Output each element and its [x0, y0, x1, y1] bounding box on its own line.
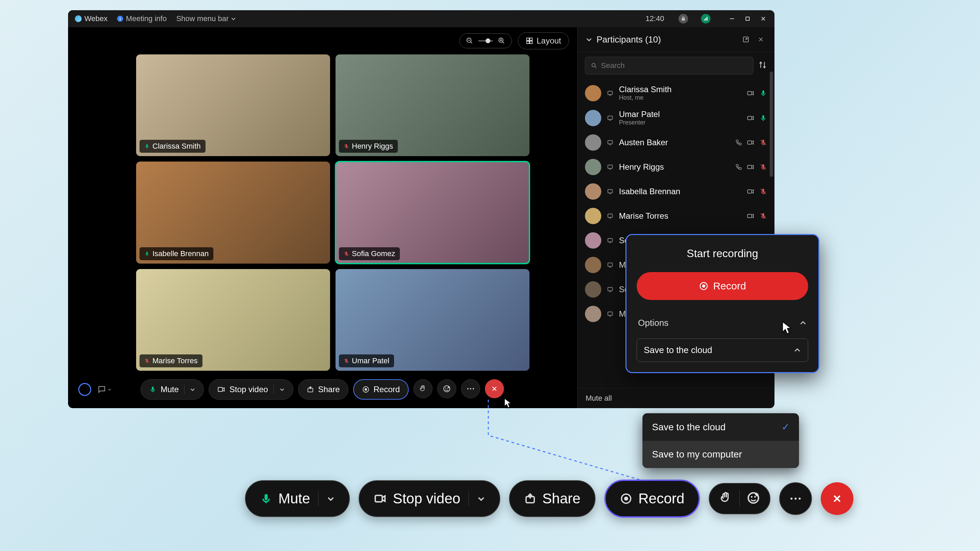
- avatar: [585, 232, 601, 249]
- avatar: [585, 257, 601, 273]
- chevron-down-icon[interactable]: [279, 387, 285, 392]
- zoom-slider[interactable]: [478, 40, 493, 41]
- phone-icon: [735, 139, 742, 146]
- big-record-button[interactable]: Record: [605, 480, 700, 518]
- svg-rect-17: [218, 387, 223, 392]
- save-location-select[interactable]: Save to the cloud: [637, 338, 808, 362]
- video-tile[interactable]: Sofia Gomez: [336, 162, 530, 263]
- video-tile[interactable]: Henry Riggs: [336, 54, 530, 156]
- video-grid: Clarissa Smith Henry Riggs Isabelle Bren…: [68, 54, 577, 371]
- save-cloud-option[interactable]: Save to the cloud ✓: [643, 413, 799, 441]
- lock-icon[interactable]: [679, 14, 688, 24]
- stop-video-button[interactable]: Stop video: [208, 379, 293, 400]
- chevron-up-icon: [799, 319, 807, 327]
- video-tile[interactable]: Umar Patel: [336, 269, 530, 371]
- clock: 12:40: [646, 14, 664, 23]
- start-record-button[interactable]: Record: [637, 272, 808, 300]
- video-icon: [746, 212, 755, 220]
- participant-row[interactable]: Austen Baker: [578, 130, 775, 155]
- show-menu-bar-toggle[interactable]: Show menu bar: [176, 14, 236, 23]
- chevron-down-icon[interactable]: [327, 495, 335, 503]
- svg-rect-42: [748, 190, 752, 193]
- chevron-down-icon[interactable]: [190, 387, 195, 392]
- big-mute-button[interactable]: Mute: [245, 480, 350, 517]
- leave-meeting-button[interactable]: [485, 379, 504, 398]
- layout-button[interactable]: Layout: [518, 32, 569, 49]
- svg-rect-8: [527, 41, 529, 43]
- zoom-out-icon[interactable]: [466, 37, 473, 44]
- device-icon: [607, 90, 614, 97]
- svg-rect-48: [608, 263, 612, 266]
- participants-search-input[interactable]: [585, 57, 753, 75]
- record-icon: [699, 281, 708, 291]
- close-button[interactable]: [759, 14, 768, 23]
- network-status-icon[interactable]: [701, 14, 711, 24]
- maximize-button[interactable]: [743, 14, 752, 23]
- big-more-button[interactable]: [779, 482, 812, 515]
- mic-muted-icon: [759, 163, 767, 171]
- zoom-control[interactable]: [460, 33, 512, 48]
- zoomed-toolbar: Mute Stop video Share Record: [245, 480, 853, 518]
- svg-rect-49: [608, 287, 612, 291]
- record-button[interactable]: Record: [353, 379, 409, 400]
- svg-point-57: [624, 497, 628, 501]
- reactions-button[interactable]: [437, 379, 456, 398]
- minimize-button[interactable]: [727, 14, 737, 23]
- svg-rect-33: [748, 116, 752, 120]
- big-share-button[interactable]: Share: [509, 480, 595, 517]
- mic-muted-icon: [344, 143, 349, 149]
- svg-rect-9: [530, 41, 532, 43]
- sort-button[interactable]: [758, 60, 767, 71]
- avatar: [585, 110, 601, 126]
- save-computer-option[interactable]: Save to my computer: [643, 441, 799, 468]
- svg-rect-39: [748, 165, 752, 169]
- device-icon: [607, 311, 614, 318]
- raise-hand-button[interactable]: [414, 379, 433, 398]
- name-tag: Sofia Gomez: [339, 247, 400, 260]
- assistant-icon[interactable]: [78, 383, 91, 396]
- mic-icon: [144, 143, 150, 149]
- participant-row[interactable]: Umar Patel Presenter: [578, 105, 775, 130]
- svg-point-60: [754, 496, 756, 498]
- participant-row[interactable]: Isabella Brennan: [578, 179, 775, 204]
- video-tile[interactable]: Marise Torres: [136, 269, 330, 371]
- svg-point-26: [473, 388, 474, 389]
- participant-row[interactable]: Marise Torres: [578, 204, 775, 228]
- scrollbar[interactable]: [770, 71, 773, 177]
- video-tile[interactable]: Isabelle Brennan: [136, 162, 330, 263]
- mic-muted-icon: [759, 212, 767, 220]
- pop-out-button[interactable]: [740, 34, 751, 45]
- video-tile[interactable]: Clarissa Smith: [136, 54, 330, 156]
- microphone-icon: [149, 386, 156, 393]
- mute-button[interactable]: Mute: [140, 379, 204, 400]
- zoom-in-icon[interactable]: [498, 37, 505, 44]
- mic-muted-icon: [759, 188, 767, 195]
- chat-icon[interactable]: [97, 385, 111, 394]
- close-panel-button[interactable]: [756, 34, 766, 45]
- big-stop-video-button[interactable]: Stop video: [359, 480, 500, 517]
- meeting-toolbar: Mute Stop video Share: [68, 371, 577, 408]
- participant-row[interactable]: Clarissa Smith Host, me: [578, 81, 775, 105]
- svg-rect-2: [707, 17, 708, 21]
- participant-row[interactable]: Henry Riggs: [578, 155, 775, 179]
- save-location-menu: Save to the cloud ✓ Save to my computer: [643, 413, 799, 468]
- big-leave-button[interactable]: [821, 482, 853, 515]
- name-tag: Henry Riggs: [339, 140, 398, 153]
- cursor-icon: [781, 321, 792, 335]
- chevron-down-icon[interactable]: [477, 495, 485, 503]
- more-options-button[interactable]: [461, 379, 480, 398]
- meeting-info-link[interactable]: i Meeting info: [117, 14, 167, 23]
- svg-rect-47: [608, 238, 612, 242]
- svg-rect-29: [608, 91, 612, 95]
- big-reactions-group: [709, 483, 770, 514]
- svg-rect-3: [746, 17, 749, 21]
- chevron-down-icon[interactable]: [585, 36, 592, 43]
- svg-point-63: [799, 498, 801, 500]
- big-reactions-button[interactable]: [746, 491, 760, 506]
- big-raise-hand-button[interactable]: [719, 491, 733, 506]
- share-button[interactable]: Share: [298, 379, 348, 400]
- device-icon: [607, 262, 614, 268]
- mic-icon: [144, 251, 150, 256]
- mute-all-button[interactable]: Mute all: [578, 388, 775, 408]
- svg-rect-31: [762, 90, 764, 94]
